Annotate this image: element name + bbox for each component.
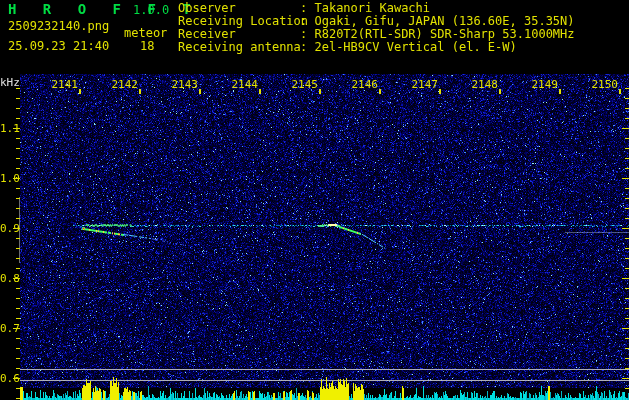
station-info-row: Receiving antenna: 2el-HB9CV Vertical (e… [178,41,575,54]
app-title: H R O F F T [8,3,200,16]
time-tick-label: 2145 [290,78,318,91]
info-value: Ogaki, Gifu, JAPAN (136.60E, 35.35N) [314,14,574,28]
freq-axis-unit-label: kHz [0,76,20,89]
freq-tick-label: 0.9 [0,222,14,235]
info-value: 2el-HB9CV Vertical (el. E-W) [314,40,516,54]
freq-tick-label: 0.8 [0,272,14,285]
time-tick-label: 2141 [50,78,78,91]
station-info-block: Observer: Takanori KawachiReceiving Loca… [178,2,575,54]
time-tick-label: 2148 [470,78,498,91]
info-label: Receiving antenna [178,41,300,54]
info-value: Takanori Kawachi [314,1,430,15]
freq-tick-label: 0.6 [0,372,14,385]
time-tick-label: 2147 [410,78,438,91]
info-separator: : [300,14,314,28]
info-separator: : [300,27,314,41]
freq-tick-label: 1.1 [0,122,14,135]
freq-tick-label: 1.0 [0,172,14,185]
app-version: 1.0.0 [133,4,169,17]
time-tick-label: 2150 [590,78,618,91]
time-tick-label: 2146 [350,78,378,91]
time-tick-label: 2142 [110,78,138,91]
info-value: R820T2(RTL-SDR) SDR-Sharp 53.1000MHz [314,27,574,41]
echo-count: 18 [140,40,154,53]
time-tick-label: 2144 [230,78,258,91]
time-tick-label: 2143 [170,78,198,91]
spectrogram-canvas [0,0,629,400]
datetime-label: 25.09.23 21:40 [8,40,109,53]
info-separator: : [300,1,314,15]
output-filename: 2509232140.png [8,20,109,33]
info-separator: : [300,40,314,54]
hrofft-output-window: H R O F F T 1.0.0 2509232140.png meteor … [0,0,629,400]
freq-tick-label: 0.7 [0,322,14,335]
time-tick-label: 2149 [530,78,558,91]
